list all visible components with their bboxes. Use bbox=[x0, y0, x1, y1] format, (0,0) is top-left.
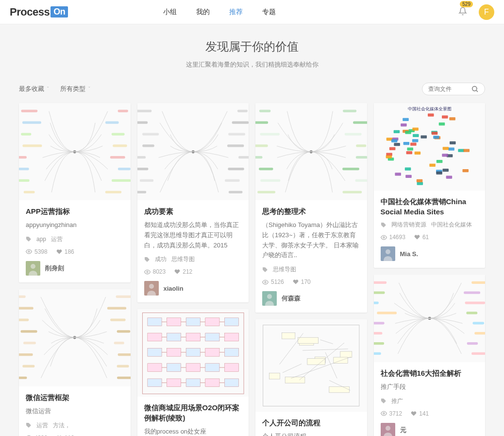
eye-icon bbox=[381, 410, 387, 417]
svg-rect-3 bbox=[22, 121, 41, 123]
nav-item-3[interactable]: 专题 bbox=[262, 8, 276, 17]
svg-rect-176 bbox=[404, 168, 411, 171]
svg-rect-150 bbox=[429, 164, 436, 167]
svg-rect-25 bbox=[21, 331, 37, 333]
tag[interactable]: 运营 bbox=[36, 421, 48, 430]
tag[interactable]: 思维导图 bbox=[273, 265, 296, 274]
views-count: 8023 bbox=[153, 268, 166, 275]
svg-line-142 bbox=[320, 340, 333, 344]
svg-rect-12 bbox=[112, 133, 125, 135]
svg-rect-57 bbox=[228, 191, 242, 193]
type-filter[interactable]: 所有类型 ˇ bbox=[60, 85, 90, 93]
svg-rect-209 bbox=[471, 281, 485, 284]
card-title[interactable]: 成功要素 bbox=[144, 206, 242, 216]
card-title[interactable]: 个人开公司的流程 bbox=[262, 418, 360, 428]
diagram-card[interactable]: 社会化营销16大招全解析 推广手段 推广 3712 141 元 bbox=[374, 275, 486, 436]
tag[interactable]: app bbox=[36, 236, 46, 243]
svg-rect-13 bbox=[113, 144, 127, 147]
svg-rect-71 bbox=[147, 333, 161, 341]
svg-rect-8 bbox=[19, 179, 30, 181]
svg-rect-95 bbox=[205, 363, 219, 371]
author-row[interactable]: 元 bbox=[381, 423, 479, 436]
logo[interactable]: Process On bbox=[10, 6, 68, 18]
diagram-card[interactable]: 中国社会化媒体全景图 中国社会化媒体营销China Social Media S… bbox=[374, 103, 486, 268]
diagram-card[interactable]: 微信运营框架 微信运营 运营方法， 4330 116 杜建飞 bbox=[19, 289, 131, 436]
card-title[interactable]: 中国社会化媒体营销China Social Media Sites bbox=[381, 196, 479, 217]
tag[interactable]: 中国社会化媒体 bbox=[431, 221, 472, 229]
svg-rect-155 bbox=[410, 143, 417, 146]
views-count: 5126 bbox=[271, 279, 284, 285]
author-row[interactable]: 削身刻 bbox=[26, 261, 124, 276]
svg-rect-130 bbox=[329, 386, 350, 393]
card-title[interactable]: 社会化营销16大招全解析 bbox=[381, 368, 479, 378]
type-label: 所有类型 bbox=[60, 85, 85, 93]
search-input[interactable] bbox=[428, 86, 467, 92]
card-stats: 8023 212 bbox=[144, 268, 242, 275]
card-thumbnail[interactable] bbox=[374, 275, 486, 362]
diagram-card[interactable]: APP运营指标 appyunyingzhinan app运营 5398 186 … bbox=[19, 103, 131, 282]
notification-badge: 529 bbox=[460, 1, 473, 7]
card-title[interactable]: 思考的整理术 bbox=[262, 206, 360, 216]
likes-count: 186 bbox=[65, 248, 74, 255]
card-title[interactable]: 微信运营框架 bbox=[26, 392, 124, 402]
main-nav: 小组我的推荐专题 bbox=[163, 8, 276, 17]
svg-rect-6 bbox=[19, 156, 27, 158]
user-avatar[interactable]: F bbox=[479, 4, 494, 20]
svg-point-124 bbox=[265, 281, 266, 283]
svg-line-141 bbox=[302, 349, 348, 350]
notifications-button[interactable]: 529 bbox=[458, 7, 467, 17]
svg-rect-34 bbox=[114, 342, 124, 345]
card-body: 成功要素 都知道成功没那么简单，当你真正看完这张思维导图才真正可以明白，成功真没… bbox=[137, 200, 249, 302]
svg-rect-195 bbox=[428, 114, 434, 117]
author-row[interactable]: 何森森 bbox=[262, 291, 360, 306]
svg-rect-166 bbox=[386, 156, 392, 158]
svg-rect-216 bbox=[471, 352, 485, 355]
card-thumbnail[interactable] bbox=[255, 103, 367, 200]
svg-rect-202 bbox=[374, 292, 385, 294]
search-icon bbox=[471, 85, 479, 93]
card-title[interactable]: APP运营指标 bbox=[26, 206, 124, 216]
card-thumbnail[interactable]: 中国社会化媒体全景图 bbox=[374, 103, 486, 191]
tag-icon bbox=[262, 267, 268, 273]
sort-filter[interactable]: 最多收藏 ˇ bbox=[19, 85, 49, 93]
tag[interactable]: 网络营销资源 bbox=[391, 221, 426, 229]
thumbnail-image bbox=[137, 309, 249, 397]
svg-rect-158 bbox=[412, 128, 419, 131]
card-thumbnail[interactable] bbox=[137, 103, 249, 200]
svg-rect-5 bbox=[22, 144, 42, 147]
tag[interactable]: 思维导图 bbox=[171, 255, 195, 263]
tag-row: app运营 bbox=[26, 235, 124, 244]
search-box[interactable] bbox=[422, 83, 485, 95]
tag[interactable]: 方法， bbox=[53, 421, 70, 430]
diagram-card[interactable]: 思考的整理术 （Shigehiko Toyama）外山滋比古比（1923~）著，… bbox=[255, 103, 367, 313]
hero-section: 发现属于你的价值 这里汇聚着海量的知识，我们精挑细选奉献给你 bbox=[0, 24, 504, 83]
author-row[interactable]: Mia S. bbox=[381, 246, 479, 261]
svg-rect-174 bbox=[414, 152, 420, 155]
nav-item-0[interactable]: 小组 bbox=[163, 8, 177, 17]
svg-rect-109 bbox=[255, 121, 268, 123]
nav-item-2[interactable]: 推荐 bbox=[229, 8, 243, 17]
author-row[interactable]: xiaolin bbox=[144, 281, 242, 296]
nav-item-1[interactable]: 我的 bbox=[196, 8, 210, 17]
tag[interactable]: 成功 bbox=[155, 255, 167, 263]
diagram-card[interactable]: 成功要素 都知道成功没那么简单，当你真正看完这张思维导图才真正可以明白，成功真没… bbox=[137, 103, 249, 302]
svg-point-219 bbox=[386, 426, 390, 431]
svg-rect-185 bbox=[449, 117, 455, 120]
svg-rect-82 bbox=[167, 348, 181, 356]
card-thumbnail[interactable] bbox=[19, 103, 131, 200]
card-thumbnail[interactable] bbox=[19, 289, 131, 386]
svg-rect-29 bbox=[19, 377, 27, 379]
svg-rect-116 bbox=[343, 109, 356, 112]
svg-rect-52 bbox=[228, 133, 245, 135]
diagram-card[interactable]: 微信商城应用场景O2O闭环案例解析(绫致) 我的process on处女座 O2… bbox=[137, 309, 249, 436]
card-title[interactable]: 微信商城应用场景O2O闭环案例解析(绫致) bbox=[144, 402, 242, 423]
card-body: 微信商城应用场景O2O闭环案例解析(绫致) 我的process on处女座 O2… bbox=[137, 397, 249, 436]
tag[interactable]: 推广 bbox=[391, 397, 403, 405]
card-thumbnail[interactable] bbox=[255, 319, 367, 412]
tag[interactable]: 运营 bbox=[51, 235, 63, 244]
card-thumbnail[interactable] bbox=[137, 309, 249, 397]
svg-rect-121 bbox=[342, 168, 359, 170]
svg-rect-115 bbox=[257, 191, 275, 193]
svg-rect-131 bbox=[269, 373, 280, 380]
diagram-card[interactable]: 个人开公司的流程 个人开公司流程 开公司流程注册公司流程 bbox=[255, 319, 367, 436]
